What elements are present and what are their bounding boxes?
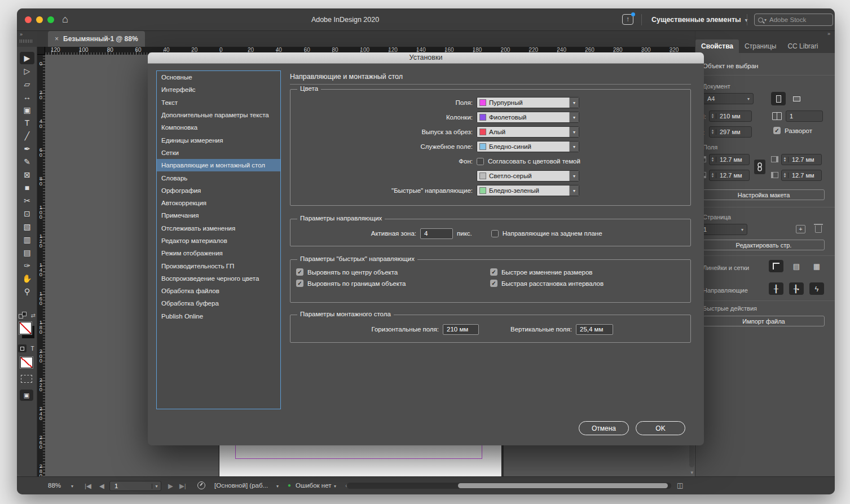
preferences-category[interactable]: Дополнительные параметры текста	[157, 109, 280, 121]
import-file-button[interactable]: Импорт файла	[703, 316, 825, 326]
pages-count-field[interactable]: 1	[786, 110, 823, 122]
stepper-icon[interactable]: ▲▼	[710, 129, 716, 135]
color-dropdown[interactable]: Фиолетовый▾	[477, 112, 579, 123]
apply-none-button[interactable]	[20, 357, 33, 368]
first-page-button[interactable]: |◀	[85, 482, 91, 490]
snap-zone-input[interactable]	[420, 228, 453, 239]
zoom-chevron-icon[interactable]: ▾	[71, 484, 73, 489]
width-field[interactable]: ▲▼ 210 мм	[709, 110, 752, 122]
margin-left-field[interactable]: ▲▼ 12.7 мм	[781, 170, 822, 181]
preflight-profile[interactable]: [Основной] (раб...	[214, 482, 268, 489]
document-tab[interactable]: × Безымянный-1 @ 88%	[48, 31, 145, 47]
close-tab-icon[interactable]: ×	[55, 35, 59, 43]
smart-guide-checkbox[interactable]: ✓	[296, 280, 303, 287]
scroll-chevron-icon[interactable]: ▾	[690, 470, 693, 475]
smart-guide-checkbox[interactable]: ✓	[490, 280, 497, 287]
apply-gradient-button[interactable]	[21, 375, 32, 383]
preferences-category[interactable]: Производительность ГП	[157, 259, 280, 272]
hand-tool[interactable]: ✋	[20, 272, 34, 285]
tools-panel-header[interactable]: »	[17, 31, 37, 47]
color-dropdown[interactable]: Бледно-зеленый▾	[477, 185, 579, 196]
delete-page-button[interactable]	[815, 226, 822, 233]
page-number-field[interactable]: 1 ▾	[109, 481, 161, 491]
pasteboard-view-icon[interactable]: ◫	[677, 481, 683, 489]
match-theme-checkbox[interactable]	[477, 158, 484, 165]
color-dropdown[interactable]: Бледно-синий▾	[477, 141, 579, 152]
stepper-icon[interactable]: ▲▼	[710, 157, 716, 162]
gradient-tool[interactable]: ▧	[20, 220, 34, 233]
facing-pages-checkbox[interactable]: ✓	[773, 127, 781, 134]
preferences-category[interactable]: Редактор материалов	[157, 235, 280, 247]
scrollbar-thumb[interactable]	[458, 483, 668, 488]
guides-in-back-checkbox[interactable]	[491, 230, 499, 237]
preferences-category[interactable]: Воспроизведение черного цвета	[157, 272, 280, 285]
color-dropdown[interactable]: Пурпурный▾	[477, 97, 579, 108]
swap-fill-stroke-icon[interactable]: ⇄	[19, 312, 36, 320]
search-input[interactable]	[769, 16, 826, 23]
content-collector-tool[interactable]: ▣	[20, 104, 34, 116]
adobe-stock-search[interactable]: ▾	[754, 14, 833, 26]
zoom-window-button[interactable]	[47, 16, 54, 23]
show-guides-button[interactable]: ╂	[769, 282, 783, 295]
selection-tool[interactable]: ▶	[20, 52, 34, 64]
preferences-category[interactable]: Направляющие и монтажный стол	[157, 159, 280, 171]
color-dropdown[interactable]: Светло-серый▾	[477, 170, 579, 182]
smart-guide-checkbox[interactable]: ✓	[296, 268, 303, 276]
minimize-window-button[interactable]	[36, 16, 43, 23]
adjust-layout-button[interactable]: Настройка макета	[703, 189, 825, 200]
note-tool[interactable]: ▤	[20, 246, 34, 259]
stepper-icon[interactable]: ▲▼	[782, 173, 789, 178]
gap-tool[interactable]: ↔	[20, 91, 34, 103]
preflight-icon[interactable]	[197, 481, 205, 489]
preferences-category[interactable]: Основные	[157, 71, 280, 83]
formatting-container-button[interactable]	[18, 344, 27, 352]
page-tool[interactable]: ▱	[20, 78, 34, 90]
error-status[interactable]: Ошибок нет	[296, 482, 331, 489]
add-page-button[interactable]: +	[796, 225, 805, 233]
ok-button[interactable]: OK	[636, 421, 685, 435]
preferences-category[interactable]: Текст	[157, 96, 280, 109]
expand-panel-icon[interactable]: »	[20, 32, 23, 37]
screen-mode-button[interactable]: ▣	[20, 390, 33, 401]
zoom-level[interactable]: 88%	[48, 482, 61, 489]
preflight-chevron-icon[interactable]: ▾	[276, 484, 279, 489]
errors-chevron-icon[interactable]: ▾	[334, 484, 336, 489]
smart-guides-button[interactable]: ϟ	[809, 282, 824, 295]
last-page-button[interactable]: ▶|	[179, 482, 186, 490]
show-rulers-button[interactable]	[769, 260, 783, 272]
margin-right-field[interactable]: ▲▼ 12.7 мм	[781, 154, 822, 165]
type-tool[interactable]: T	[20, 117, 34, 129]
preferences-category[interactable]: Примечания	[157, 209, 280, 222]
fill-none-swatch[interactable]	[19, 322, 32, 334]
preferences-category[interactable]: Отслеживать изменения	[157, 222, 280, 235]
stepper-icon[interactable]: ▲▼	[710, 113, 716, 119]
preferences-category[interactable]: Обработка файлов	[157, 285, 280, 297]
horizontal-scrollbar[interactable]	[347, 483, 671, 489]
panel-tab-страницы[interactable]: Страницы	[739, 39, 782, 53]
cancel-button[interactable]: Отмена	[579, 421, 629, 435]
preferences-category[interactable]: Сетки	[157, 147, 280, 159]
preferences-category[interactable]: Режим отображения	[157, 247, 280, 259]
next-page-button[interactable]: ▶	[168, 482, 173, 490]
eyedropper-tool[interactable]: ✑	[20, 259, 34, 272]
stepper-icon[interactable]: ▲▼	[710, 173, 716, 178]
frame-tool[interactable]: ⊠	[20, 169, 34, 181]
free-transform-tool[interactable]: ⊡	[20, 207, 34, 220]
dialog-title[interactable]: Установки	[148, 52, 704, 64]
preferences-category[interactable]: Publish Online	[157, 310, 280, 322]
vertical-ruler[interactable]: 02 04 06 08 01 0 01 2 01 4 01 6 01 8 02 …	[37, 55, 45, 476]
home-icon[interactable]: ⌂	[62, 14, 68, 25]
formatting-text-button[interactable]: T	[28, 344, 37, 352]
document-grid-button[interactable]: ▦	[809, 260, 824, 272]
fill-stroke-swatch[interactable]	[19, 322, 35, 339]
previous-page-button[interactable]: ◀	[99, 482, 104, 490]
baseline-grid-button[interactable]: ▤	[789, 260, 804, 272]
gradient-feather-tool[interactable]: ▥	[20, 233, 34, 246]
rectangle-tool[interactable]: ■	[20, 182, 34, 194]
color-dropdown[interactable]: Алый▾	[477, 126, 579, 138]
collapse-panel-icon[interactable]: »	[827, 31, 830, 37]
stepper-icon[interactable]: ▲▼	[782, 157, 789, 162]
preferences-category[interactable]: Интерфейс	[157, 83, 280, 96]
smart-guide-checkbox[interactable]: ✓	[490, 268, 497, 276]
preferences-category[interactable]: Автокоррекция	[157, 197, 280, 209]
